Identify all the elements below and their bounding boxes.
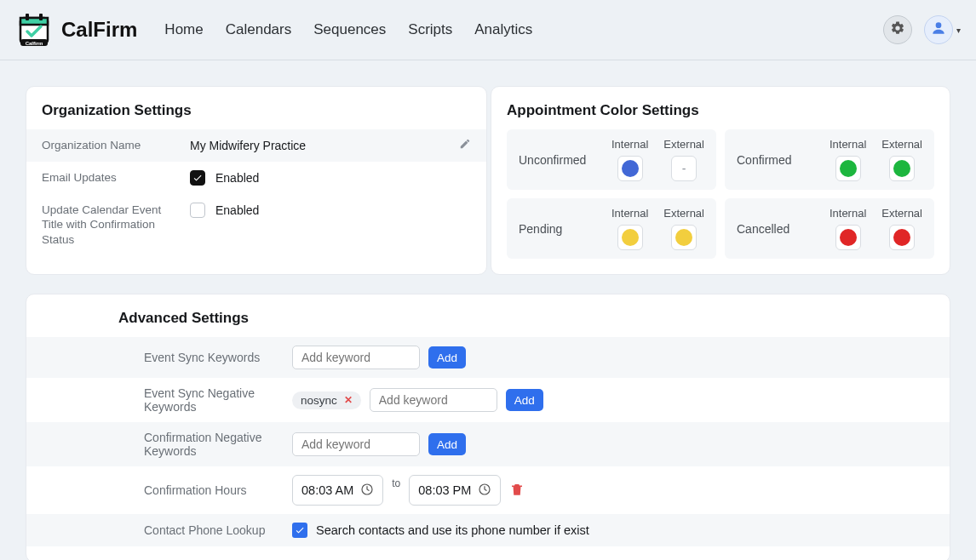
nav-calendars[interactable]: Calendars bbox=[226, 21, 292, 38]
neg-keyword-tag: nosync ✕ bbox=[292, 391, 361, 409]
update-title-row: Update Calendar Event Title with Confirm… bbox=[26, 194, 486, 256]
appointment-colors-title: Appointment Color Settings bbox=[491, 102, 950, 129]
delete-conf-hours-button[interactable] bbox=[509, 482, 525, 500]
brand-logo[interactable]: Calfirm CalFirm bbox=[15, 11, 137, 49]
conf-hours-from-value: 08:03 AM bbox=[301, 483, 353, 497]
color-block-cancelled: Cancelled Internal External bbox=[725, 198, 934, 259]
confirmed-internal-color[interactable] bbox=[835, 156, 861, 181]
conf-hours-to-value: 08:03 PM bbox=[418, 483, 471, 497]
sync-keywords-add-button[interactable]: Add bbox=[428, 346, 466, 369]
brand-name: CalFirm bbox=[61, 18, 137, 42]
pending-internal-color[interactable] bbox=[617, 225, 643, 250]
svg-point-6 bbox=[936, 22, 942, 28]
confirmed-external-color[interactable] bbox=[889, 156, 915, 181]
neg-keywords-add-button[interactable]: Add bbox=[506, 389, 543, 411]
conf-neg-row: Confirmation Negative Keywords Add bbox=[26, 422, 950, 466]
advanced-settings-card: Advanced Settings Event Sync Keywords Ad… bbox=[26, 294, 950, 560]
svg-rect-2 bbox=[26, 14, 29, 20]
calfirm-logo-icon: Calfirm bbox=[15, 11, 53, 49]
remove-neg-keyword[interactable]: ✕ bbox=[344, 394, 353, 406]
user-menu[interactable]: ▾ bbox=[924, 15, 961, 44]
status-cancelled: Cancelled bbox=[737, 222, 830, 236]
nav-analytics[interactable]: Analytics bbox=[474, 21, 532, 38]
status-unconfirmed: Unconfirmed bbox=[519, 153, 611, 167]
neg-keywords-label: Event Sync Negative Keywords bbox=[42, 386, 292, 414]
conf-neg-add-button[interactable]: Add bbox=[428, 433, 466, 455]
avatar bbox=[924, 15, 953, 44]
conf-neg-input[interactable] bbox=[292, 432, 420, 456]
cancelled-external-color[interactable] bbox=[889, 225, 915, 250]
settings-button[interactable] bbox=[883, 15, 912, 44]
email-updates-row: Email Updates Enabled bbox=[26, 162, 486, 194]
app-header: Calfirm CalFirm Home Calendars Sequences… bbox=[0, 0, 976, 60]
trash-icon bbox=[509, 486, 525, 500]
lookup-row: Contact Phone Lookup Search contacts and… bbox=[26, 514, 950, 546]
main-nav: Home Calendars Sequences Scripts Analyti… bbox=[164, 21, 532, 38]
conf-hours-row: Confirmation Hours 08:03 AM to 08:03 PM bbox=[26, 466, 950, 514]
color-block-pending: Pending Internal External bbox=[507, 198, 716, 259]
email-updates-value: Enabled bbox=[215, 171, 259, 185]
color-block-unconfirmed: Unconfirmed Internal External - bbox=[507, 129, 716, 190]
lookup-checkbox[interactable] bbox=[292, 523, 307, 538]
org-name-value: My Midwifery Practice bbox=[190, 139, 306, 152]
neg-keywords-row: Event Sync Negative Keywords nosync ✕ Ad… bbox=[26, 378, 950, 422]
conf-hours-to-text: to bbox=[392, 475, 400, 489]
clock-icon bbox=[478, 483, 491, 499]
unconfirmed-external-color[interactable]: - bbox=[671, 156, 697, 181]
neg-keywords-input[interactable] bbox=[370, 388, 497, 412]
conf-hours-label: Confirmation Hours bbox=[42, 483, 292, 497]
sync-keywords-input[interactable] bbox=[292, 346, 420, 369]
gear-icon bbox=[890, 20, 905, 39]
status-confirmed: Confirmed bbox=[737, 153, 830, 167]
status-pending: Pending bbox=[519, 222, 611, 236]
clock-icon bbox=[360, 483, 374, 499]
svg-rect-1 bbox=[20, 18, 48, 25]
nav-home[interactable]: Home bbox=[164, 21, 203, 38]
update-title-label: Update Calendar Event Title with Confirm… bbox=[42, 203, 190, 248]
pencil-icon bbox=[459, 139, 471, 152]
conf-neg-label: Confirmation Negative Keywords bbox=[42, 431, 292, 458]
nav-sequences[interactable]: Sequences bbox=[313, 21, 386, 38]
sync-keywords-row: Event Sync Keywords Add bbox=[26, 337, 950, 378]
lookup-label: Contact Phone Lookup bbox=[42, 523, 292, 537]
pending-external-color[interactable] bbox=[671, 225, 697, 250]
external-label: External bbox=[663, 138, 704, 151]
svg-rect-3 bbox=[39, 14, 43, 20]
unconfirmed-internal-color[interactable] bbox=[617, 156, 643, 181]
conf-hours-from[interactable]: 08:03 AM bbox=[292, 475, 383, 506]
appointment-colors-card: Appointment Color Settings Unconfirmed I… bbox=[491, 86, 950, 275]
update-title-value: Enabled bbox=[215, 203, 259, 217]
sync-keywords-label: Event Sync Keywords bbox=[42, 351, 292, 364]
nav-scripts[interactable]: Scripts bbox=[408, 21, 452, 38]
org-name-label: Organization Name bbox=[42, 138, 190, 153]
neg-keyword-tag-text: nosync bbox=[301, 394, 337, 407]
edit-org-name-button[interactable] bbox=[459, 138, 471, 152]
conf-hours-to[interactable]: 08:03 PM bbox=[409, 475, 501, 506]
internal-label: Internal bbox=[611, 138, 648, 151]
org-name-row: Organization Name My Midwifery Practice bbox=[26, 129, 486, 162]
cancelled-internal-color[interactable] bbox=[835, 225, 861, 250]
org-settings-title: Organization Settings bbox=[26, 102, 486, 129]
chevron-down-icon: ▾ bbox=[956, 26, 961, 35]
advanced-settings-title: Advanced Settings bbox=[26, 310, 950, 337]
svg-text:Calfirm: Calfirm bbox=[26, 41, 43, 46]
email-updates-checkbox[interactable] bbox=[190, 170, 205, 186]
organization-settings-card: Organization Settings Organization Name … bbox=[26, 86, 487, 275]
email-updates-label: Email Updates bbox=[42, 170, 190, 186]
lookup-text: Search contacts and use its phone number… bbox=[316, 523, 589, 537]
update-title-checkbox[interactable] bbox=[190, 203, 205, 218]
person-icon bbox=[930, 20, 947, 40]
color-block-confirmed: Confirmed Internal External bbox=[725, 129, 934, 190]
